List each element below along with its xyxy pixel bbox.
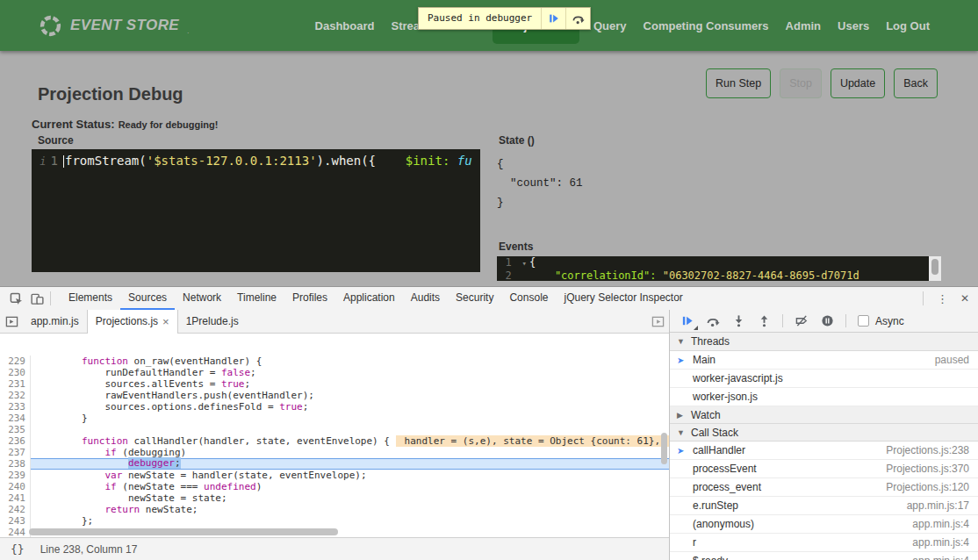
show-navigator-icon[interactable]	[0, 310, 23, 333]
frame-function-name: $.ready	[693, 555, 728, 560]
line-number-gutter[interactable]: 231	[0, 378, 31, 390]
call-stack-frame[interactable]: ➤callHandlerProjections.js:238	[670, 442, 978, 460]
events-scrollbar-thumb[interactable]	[931, 259, 938, 275]
file-tab-app-min-js[interactable]: app.min.js	[23, 310, 87, 333]
line-number-gutter[interactable]: 244	[0, 527, 31, 537]
code-line: 234 }	[0, 413, 669, 424]
close-tab-icon[interactable]: ×	[162, 311, 169, 333]
code-token: ;	[250, 367, 256, 378]
tab-profiles[interactable]: Profiles	[284, 287, 335, 310]
line-number-gutter[interactable]: 238	[0, 458, 31, 470]
line-number-gutter[interactable]: 243	[0, 515, 31, 527]
code-token: var	[104, 470, 122, 481]
code-token: debugger	[128, 457, 175, 469]
nav-query[interactable]: Query	[591, 14, 629, 38]
step-into-button[interactable]	[731, 314, 745, 328]
code-line: 236 function callHandler(handler, state,…	[0, 435, 669, 447]
call-stack-frame[interactable]: rapp.min.js:4	[670, 534, 978, 552]
line-content: function on_raw(eventHandler) {	[31, 355, 669, 367]
thread-row-worker-javascript[interactable]: worker-javascript.js	[670, 370, 978, 388]
frame-location: app.min.js:17	[907, 499, 969, 512]
back-button[interactable]: Back	[894, 68, 938, 98]
pause-on-exceptions-button[interactable]	[820, 314, 834, 328]
toggle-sidebar-icon[interactable]	[646, 310, 669, 333]
line-number-gutter[interactable]: 235	[0, 424, 31, 435]
nav-log-out[interactable]: Log Out	[883, 14, 932, 38]
stop-button[interactable]: Stop	[780, 68, 822, 98]
code-horizontal-scrollbar-thumb[interactable]	[29, 528, 338, 535]
device-toolbar-icon[interactable]	[30, 291, 44, 305]
line-content: var newState = handler(state, eventEnvel…	[31, 470, 669, 481]
code-token	[35, 504, 104, 515]
inspect-element-icon[interactable]	[9, 291, 23, 305]
thread-row-worker-json[interactable]: worker-json.js	[670, 388, 978, 406]
events-scrollbar[interactable]	[929, 256, 941, 281]
code-editor[interactable]: 229 function on_raw(eventHandler) {230 r…	[0, 355, 669, 537]
frame-location: app.min.js:4	[912, 555, 969, 560]
watch-section-header[interactable]: ▶ Watch	[670, 406, 978, 424]
line-number-gutter[interactable]: 234	[0, 413, 31, 424]
run-step-button[interactable]: Run Step	[706, 68, 771, 98]
code-token: true	[279, 401, 303, 413]
file-tab-1prelude-js[interactable]: 1Prelude.js	[178, 310, 247, 333]
overlay-step-over-button[interactable]	[565, 8, 590, 29]
line-number-gutter[interactable]: 241	[0, 492, 31, 504]
overlay-resume-button[interactable]	[541, 8, 565, 29]
nav-dashboard[interactable]: Dashboard	[313, 14, 378, 38]
toolbar-separator	[845, 314, 846, 327]
fold-arrow-icon[interactable]: ▾	[518, 257, 527, 269]
call-stack-frame[interactable]: (anonymous)app.min.js:4	[670, 515, 978, 534]
code-vertical-scrollbar-thumb[interactable]	[661, 433, 667, 464]
line-number-gutter[interactable]: 229	[0, 355, 31, 367]
line-number-gutter[interactable]: 242	[0, 504, 31, 515]
code-line: 233 sources.options.definesFold = true;	[0, 401, 669, 413]
source-editor[interactable]: i1 fromStream('$stats-127.0.0.1:2113').w…	[32, 149, 480, 272]
tab-audits[interactable]: Audits	[403, 287, 448, 310]
update-button[interactable]: Update	[831, 68, 885, 98]
threads-section-header[interactable]: ▼ Threads	[670, 333, 978, 351]
tab-console[interactable]: Console	[501, 287, 556, 310]
call-stack-section-header[interactable]: ▼ Call Stack	[670, 423, 978, 442]
pretty-print-icon[interactable]: {}	[11, 542, 25, 556]
line-number-gutter[interactable]: 240	[0, 481, 31, 492]
tab-sources[interactable]: Sources	[120, 287, 175, 310]
thread-row-main[interactable]: ➤ Main paused	[670, 351, 978, 370]
line-number-gutter[interactable]: 237	[0, 447, 31, 458]
code-token: runDefaultHandler =	[35, 367, 221, 378]
resume-script-button[interactable]	[680, 314, 694, 328]
code-line: 242 return newState;	[0, 504, 669, 515]
nav-competing-consumers[interactable]: Competing Consumers	[641, 14, 772, 38]
tab-network[interactable]: Network	[175, 287, 229, 310]
async-checkbox[interactable]	[858, 315, 869, 327]
tab-timeline[interactable]: Timeline	[229, 287, 284, 310]
code-line: 235	[0, 424, 669, 435]
step-over-button[interactable]	[706, 314, 720, 328]
devtools-menu-icon[interactable]: ⋮	[930, 292, 955, 305]
tab-elements[interactable]: Elements	[61, 287, 120, 310]
brand-logo[interactable]: EVENT STORE .	[39, 14, 190, 38]
line-number-gutter[interactable]: 232	[0, 390, 31, 401]
call-stack-frame[interactable]: $.readyapp.min.js:4	[670, 552, 978, 560]
tab-application[interactable]: Application	[335, 287, 403, 310]
event-store-ring-icon	[39, 14, 62, 38]
file-tab-projections-js[interactable]: Projections.js ×	[87, 310, 178, 334]
events-editor[interactable]: 1 ▾ { 2 "correlationId": "06302702-8827-…	[497, 256, 929, 281]
line-number-gutter[interactable]: 230	[0, 367, 31, 378]
call-stack-frame[interactable]: process_eventProjections.js:120	[670, 478, 978, 497]
line-number-gutter[interactable]: 239	[0, 470, 31, 481]
step-out-button[interactable]	[757, 314, 771, 328]
line-number-gutter[interactable]: 233	[0, 401, 31, 413]
code-token: sources.allEvents =	[35, 378, 221, 390]
source-line: i1 fromStream('$stats-127.0.0.1:2113').w…	[32, 149, 480, 168]
call-stack-frame[interactable]: e.runStepapp.min.js:17	[670, 497, 978, 515]
brand-dot: .	[187, 26, 190, 35]
disclosure-collapsed-icon: ▶	[677, 411, 685, 420]
nav-admin[interactable]: Admin	[783, 14, 823, 38]
devtools-close-icon[interactable]: ✕	[955, 292, 974, 305]
tab-security[interactable]: Security	[448, 287, 501, 310]
nav-users[interactable]: Users	[835, 14, 872, 38]
line-number-gutter[interactable]: 236	[0, 435, 31, 447]
tab-jquery-selector-inspector[interactable]: jQuery Selector Inspector	[556, 287, 690, 310]
deactivate-breakpoints-button[interactable]	[795, 314, 809, 328]
call-stack-frame[interactable]: processEventProjections.js:370	[670, 460, 978, 478]
